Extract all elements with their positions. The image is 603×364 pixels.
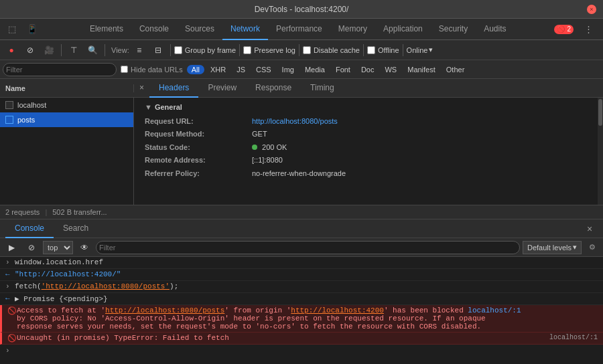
filter-tag-css[interactable]: CSS	[251, 65, 276, 74]
filter-input[interactable]	[3, 63, 117, 76]
console-error-icon: 🚫	[7, 334, 14, 343]
list-view-button[interactable]: ≡	[131, 42, 148, 58]
toolbar-separator-1	[61, 44, 62, 56]
tab-elements[interactable]: Elements	[82, 19, 131, 40]
detail-tab-preview[interactable]: Preview	[198, 79, 246, 98]
column-header: Name × Headers Preview Response Timing	[0, 79, 603, 98]
toolbar-separator-7	[403, 44, 403, 56]
status-dot	[252, 145, 257, 150]
filter-tag-ws[interactable]: WS	[380, 65, 401, 74]
network-item-posts[interactable]: posts	[0, 112, 133, 127]
network-item-icon	[5, 116, 13, 124]
disable-cache-checkbox[interactable]	[303, 46, 311, 54]
toolbar-separator-6	[363, 44, 364, 56]
network-rows: localhost posts ▼ General Request URL: h…	[0, 98, 603, 205]
console-input-arrow: ›	[5, 347, 12, 355]
record-button[interactable]: ●	[3, 42, 20, 58]
toolbar-separator-5	[299, 44, 299, 56]
title-bar: DevTools - localhost:4200/ ×	[0, 0, 603, 19]
console-line: › fetch('http://localhost:8080/posts');	[0, 281, 603, 293]
console-toolbar: ▶ ⊘ top 👁 Default levels ▾ ⚙	[0, 238, 603, 257]
request-method-value: GET	[252, 129, 587, 139]
filter-tag-font[interactable]: Font	[331, 65, 355, 74]
console-tab-search[interactable]: Search	[54, 219, 98, 238]
referrer-policy-value: no-referrer-when-downgrade	[252, 169, 587, 179]
toolbar-separator-3	[170, 44, 171, 56]
name-column-header: Name	[0, 84, 134, 92]
detail-tab-response[interactable]: Response	[246, 79, 301, 98]
detail-tab-close[interactable]: ×	[134, 79, 149, 98]
tab-security[interactable]: Security	[431, 19, 476, 40]
title-bar-text: DevTools - localhost:4200/	[255, 5, 349, 14]
filter-tag-xhr[interactable]: XHR	[206, 65, 230, 74]
detail-scrollbar[interactable]	[598, 98, 603, 205]
detail-scrollbar-thumb	[598, 99, 602, 126]
console-text: ▶ Promise {<pending>}	[15, 294, 598, 303]
camera-button[interactable]: 🎥	[40, 42, 58, 58]
search-button[interactable]: 🔍	[84, 42, 101, 58]
filter-tags: All XHR JS CSS Img Media Font Doc WS Man…	[187, 65, 600, 74]
request-url-row: Request URL: http://localhost:8080/posts	[145, 116, 587, 126]
status-code-row: Status Code: 200 OK	[145, 143, 587, 153]
console-error-icon: 🚫	[7, 306, 14, 315]
console-line: ← ▶ Promise {<pending>}	[0, 293, 603, 305]
detail-tab-headers[interactable]: Headers	[149, 79, 198, 98]
filter-tag-media[interactable]: Media	[300, 65, 330, 74]
group-by-frame-label[interactable]: Group by frame	[174, 46, 236, 54]
console-tab-console[interactable]: Console	[5, 219, 54, 238]
tab-memory[interactable]: Memory	[330, 19, 375, 40]
filter-tag-js[interactable]: JS	[232, 65, 250, 74]
network-toolbar: ● ⊘ 🎥 ⊤ 🔍 View: ≡ ⊟ Group by frame Prese…	[0, 40, 603, 60]
offline-label[interactable]: Offline	[367, 46, 399, 54]
offline-checkbox[interactable]	[367, 46, 375, 54]
request-method-row: Request Method: GET	[145, 129, 587, 139]
tab-network[interactable]: Network	[222, 19, 268, 40]
more-menu-icon[interactable]: ⋮	[579, 20, 598, 39]
detail-tab-timing[interactable]: Timing	[301, 79, 344, 98]
tab-console[interactable]: Console	[131, 19, 177, 40]
general-section-title[interactable]: ▼ General	[145, 103, 587, 111]
tab-application[interactable]: Application	[375, 19, 431, 40]
toolbar-separator-4	[239, 44, 240, 56]
hide-data-urls-checkbox[interactable]	[121, 66, 128, 73]
disable-cache-label[interactable]: Disable cache	[303, 46, 360, 54]
tab-audits[interactable]: Audits	[476, 19, 514, 40]
console-header: Console Search ×	[0, 219, 603, 238]
console-close-button[interactable]: ×	[582, 221, 598, 237]
filter-tag-manifest[interactable]: Manifest	[403, 65, 440, 74]
stop-button[interactable]: ⊘	[21, 42, 39, 58]
error-badge: 🚫2	[554, 25, 574, 34]
tree-view-button[interactable]: ⊟	[149, 42, 167, 58]
filter-button[interactable]: ⊤	[65, 42, 82, 58]
filter-tag-img[interactable]: Img	[277, 65, 299, 74]
device-icon[interactable]: 📱	[23, 20, 42, 39]
filter-tag-all[interactable]: All	[187, 65, 204, 74]
tab-sources[interactable]: Sources	[177, 19, 222, 40]
remote-address-row: Remote Address: [::1]:8080	[145, 155, 587, 165]
preserve-log-label[interactable]: Preserve log	[243, 46, 295, 54]
default-levels-button[interactable]: Default levels ▾	[523, 241, 582, 254]
console-run-button[interactable]: ▶	[3, 240, 20, 256]
filter-tag-doc[interactable]: Doc	[356, 65, 379, 74]
console-error-line: 🚫 Uncaught (in promise) TypeError: Faile…	[0, 333, 603, 345]
section-arrow: ▼	[145, 103, 152, 111]
console-gear-button[interactable]: ⚙	[584, 240, 600, 256]
console-input[interactable]	[15, 347, 598, 355]
status-code-value: 200 OK	[252, 143, 587, 153]
preserve-log-checkbox[interactable]	[243, 46, 251, 54]
online-dropdown[interactable]: Online ▾	[407, 46, 433, 54]
inspect-icon[interactable]: ⬚	[3, 20, 21, 39]
console-stop-button[interactable]: ⊘	[23, 240, 40, 256]
console-filter-input[interactable]	[96, 241, 520, 254]
context-select[interactable]: top	[43, 241, 73, 254]
filter-tag-other[interactable]: Other	[442, 65, 470, 74]
tab-performance[interactable]: Performance	[268, 19, 330, 40]
network-item-localhost[interactable]: localhost	[0, 98, 133, 112]
console-error-line: 🚫 Access to fetch at 'http://localhost:8…	[0, 305, 603, 333]
eye-icon-button[interactable]: 👁	[76, 240, 93, 256]
hide-data-urls-toggle[interactable]: Hide data URLs	[121, 66, 183, 74]
nav-tabs: ⬚ 📱 Elements Console Sources Network Per…	[0, 19, 603, 40]
console-text: window.location.href	[15, 258, 598, 266]
close-button[interactable]: ×	[587, 5, 596, 14]
group-by-frame-checkbox[interactable]	[174, 46, 182, 54]
